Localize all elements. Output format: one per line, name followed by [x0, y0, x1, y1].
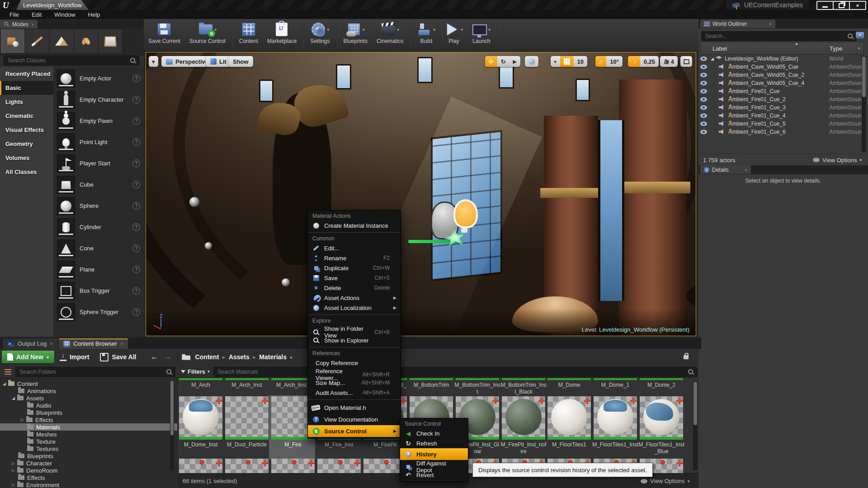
breadcrumb-materials[interactable]: Materials: [259, 353, 287, 361]
scale-snap-toggle[interactable]: →: [628, 56, 640, 67]
tab-modes[interactable]: Modes ×: [0, 20, 38, 28]
surface-snap-button[interactable]: ▾: [551, 56, 560, 67]
asset-label[interactable]: M_Dome_2: [638, 382, 684, 389]
tutorial-cap-icon[interactable]: [732, 2, 740, 7]
folder-row[interactable]: ▷Character: [0, 460, 183, 467]
category-recently-placed[interactable]: Recently Placed: [0, 67, 53, 81]
column-label[interactable]: Label: [701, 45, 727, 52]
outliner-row[interactable]: Ambient_Cave_Wind05_Cue_2AmbientSound: [700, 71, 859, 79]
menu-item-rename[interactable]: *RenameF2: [308, 253, 401, 263]
add-new-button[interactable]: Add New▾: [2, 351, 54, 363]
visibility-eye-icon[interactable]: [700, 56, 707, 61]
breadcrumb-assets[interactable]: Assets: [229, 353, 250, 361]
expand-arrow-icon[interactable]: ◢: [3, 381, 8, 386]
view-mode-button[interactable]: Lit: [206, 56, 231, 67]
asset-label[interactable]: M_Dome_1: [592, 382, 638, 389]
column-type[interactable]: Type: [830, 45, 842, 52]
asset-label[interactable]: M_Arch: [178, 382, 224, 389]
place-mode-button[interactable]: [1, 29, 24, 53]
outliner-view-options-button[interactable]: View Options ▾: [813, 157, 868, 164]
rotation-snap-toggle[interactable]: △: [595, 56, 606, 67]
asset-tile-partial[interactable]: +: [317, 459, 361, 474]
visibility-eye-icon[interactable]: [700, 122, 707, 126]
category-geometry[interactable]: Geometry: [0, 137, 53, 151]
geometry-mode-button[interactable]: [99, 29, 122, 53]
menu-item-copy-reference[interactable]: Copy Reference: [308, 358, 401, 368]
outliner-row[interactable]: Ambient_Fire01_Cue_4AmbientSound: [700, 112, 859, 119]
asset-scrollbar[interactable]: [693, 381, 698, 470]
menu-item-show-in-folder-view[interactable]: Show in Folder ViewCtrl+B: [308, 325, 401, 335]
list-item-cylinder[interactable]: Cylinder?: [53, 216, 144, 238]
save-all-button[interactable]: Save All: [94, 351, 142, 363]
list-item-box-trigger[interactable]: Box Trigger?: [53, 280, 144, 301]
expand-arrow-icon[interactable]: ▷: [12, 468, 17, 473]
category-basic[interactable]: Basic: [0, 81, 53, 95]
expand-arrow-icon[interactable]: ▷: [21, 418, 26, 422]
visibility-eye-icon[interactable]: [700, 65, 707, 69]
menu-item-duplicate[interactable]: DuplicateCtrl+W: [308, 263, 401, 273]
folder-row-content[interactable]: ◢Content: [0, 380, 174, 387]
content-button[interactable]: Content: [235, 20, 263, 51]
point-light-sprite[interactable]: [453, 199, 478, 228]
settings-button[interactable]: ▾Settings: [306, 20, 334, 51]
menu-item-delete[interactable]: ×DeleteDelete: [308, 283, 401, 293]
minimize-button[interactable]: [816, 1, 834, 10]
asset-tile-partial[interactable]: +: [179, 459, 222, 474]
folder-row[interactable]: Effects: [0, 474, 189, 481]
list-item-sphere[interactable]: Sphere?: [53, 195, 144, 216]
menu-item-revert[interactable]: ↶Revert: [400, 470, 468, 480]
list-item-player-start[interactable]: Player Start?: [53, 153, 144, 174]
expand-arrow-icon[interactable]: ◢: [12, 396, 17, 400]
tab-output-log[interactable]: >_Output Log×: [3, 338, 58, 349]
breadcrumb-arrow-icon[interactable]: ▸: [287, 354, 297, 360]
visibility-eye-icon[interactable]: [700, 81, 707, 85]
outliner-row[interactable]: Ambient_Fire01_CueAmbientSound: [700, 87, 859, 95]
visibility-eye-icon[interactable]: [700, 105, 707, 110]
scrollbar-thumb[interactable]: [693, 382, 697, 425]
list-item-point-light[interactable]: Point Light?: [53, 131, 144, 153]
outliner-search-input[interactable]: [704, 33, 845, 40]
filters-button[interactable]: Filters ▾: [181, 367, 210, 376]
create-folder-button[interactable]: +: [856, 32, 864, 38]
outliner-row[interactable]: Ambient_Fire01_Cue_6AmbientSound: [700, 128, 859, 136]
visibility-eye-icon[interactable]: [700, 89, 707, 94]
visibility-eye-icon[interactable]: [700, 97, 707, 102]
category-cinematic[interactable]: Cinematic: [0, 109, 53, 123]
grid-snap-toggle[interactable]: [560, 56, 574, 67]
level-tab[interactable]: Leveldesign_Workflow: [16, 0, 89, 10]
menu-file[interactable]: File: [4, 10, 25, 19]
grid-snap-value[interactable]: 10: [574, 56, 587, 67]
menu-item-show-in-explorer[interactable]: Show in Explorer: [308, 335, 401, 345]
category-lights[interactable]: Lights: [0, 95, 53, 109]
scrollbar-thumb[interactable]: [170, 381, 174, 435]
sources-panel-toggle[interactable]: [5, 369, 11, 375]
asset-label[interactable]: M_BottomTrim: [408, 382, 454, 389]
folder-row[interactable]: Animations: [0, 387, 189, 394]
search-assets-input[interactable]: [217, 368, 685, 375]
list-item-empty-actor[interactable]: Empty Actor?: [53, 68, 144, 89]
menu-item-open-material-h[interactable]: C++Open Material.h: [308, 402, 401, 413]
outliner-row[interactable]: Ambient_Cave_Wind05_CueAmbientSound: [700, 63, 859, 70]
scrollbar-thumb[interactable]: [862, 56, 866, 97]
back-button[interactable]: ←: [148, 352, 161, 361]
folder-row[interactable]: Blueprints: [0, 409, 198, 416]
forward-button[interactable]: →: [161, 352, 174, 361]
close-icon[interactable]: ×: [120, 340, 124, 347]
camera-mode-button[interactable]: Perspective: [161, 56, 213, 67]
menu-item-history[interactable]: History: [400, 448, 468, 460]
outliner-row[interactable]: Ambient_Cave_Wind05_Cue_4AmbientSound: [700, 79, 859, 87]
search-folders-input[interactable]: [19, 368, 164, 375]
lock-icon[interactable]: [684, 355, 689, 359]
folder-row[interactable]: ▷DemoRoom: [0, 467, 183, 474]
folder-row-materials-selected[interactable]: Materials: [0, 423, 198, 431]
import-button[interactable]: ↓Import: [54, 351, 95, 363]
category-all-classes[interactable]: All Classes: [0, 165, 53, 179]
asset-tile-partial[interactable]: +: [271, 459, 315, 474]
menu-edit[interactable]: Edit: [26, 10, 47, 19]
camera-speed-controls[interactable]: 🎥4: [660, 56, 678, 67]
menu-item-source-control[interactable]: ⇅Source Control▶: [308, 425, 401, 437]
maximize-viewport-button[interactable]: [680, 56, 692, 67]
source-control-button[interactable]: ⇅▾Source Control: [185, 20, 230, 51]
folder-row[interactable]: Textures: [0, 445, 198, 452]
folder-row[interactable]: Texture: [0, 438, 198, 445]
